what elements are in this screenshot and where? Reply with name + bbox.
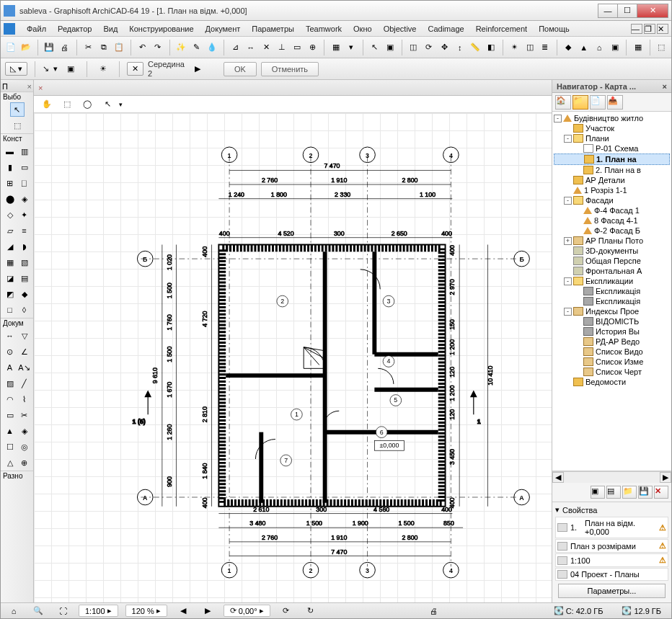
- tree-item-16[interactable]: -Експликации: [554, 276, 670, 286]
- arrow2-icon[interactable]: ↖: [99, 96, 116, 113]
- tool-window[interactable]: ⊞: [3, 176, 17, 190]
- tree-item-10[interactable]: 8 Фасад 4-1: [554, 215, 670, 226]
- tool-cylinder[interactable]: ⬤: [3, 192, 17, 206]
- tree-item-14[interactable]: Общая Перспе: [554, 256, 670, 266]
- menu-помощь[interactable]: Помощь: [533, 23, 575, 35]
- tool-arc[interactable]: ◠: [3, 392, 17, 406]
- tree-item-2[interactable]: -Плани: [554, 133, 670, 143]
- tool-grid[interactable]: ⊕: [17, 455, 32, 470]
- tree-item-6[interactable]: АР Детали: [554, 175, 670, 185]
- midpoint-box[interactable]: ✕: [127, 62, 143, 76]
- measure-ruler-icon[interactable]: 📏: [469, 39, 482, 56]
- nav-layout-book-button[interactable]: 📄: [590, 95, 606, 110]
- menu-objective[interactable]: Objective: [378, 23, 423, 35]
- tool-level[interactable]: ▽: [17, 329, 32, 343]
- tool-column[interactable]: ▮: [3, 160, 17, 174]
- nav-bb1[interactable]: ▣: [591, 486, 605, 499]
- open-file-icon[interactable]: 📂: [19, 39, 32, 56]
- tool-skylight[interactable]: ◈: [17, 192, 32, 206]
- group-icon[interactable]: ◫: [523, 39, 536, 56]
- minimize-button[interactable]: —: [598, 4, 618, 18]
- menu-reinforcement[interactable]: Reinforcement: [470, 23, 534, 35]
- angle-display[interactable]: ⟳ 0,00° ▸: [224, 605, 270, 617]
- ext3-icon[interactable]: ▣: [608, 39, 622, 56]
- snap6-icon[interactable]: ⊕: [306, 39, 319, 56]
- parameters-button[interactable]: Параметры...: [558, 584, 666, 598]
- snap4-icon[interactable]: ⊥: [275, 39, 288, 56]
- layers-icon[interactable]: ≣: [538, 39, 552, 56]
- redo-icon[interactable]: ↷: [151, 39, 164, 56]
- zoom-in-icon[interactable]: 🔍: [30, 602, 47, 620]
- tree-item-13[interactable]: 3D-документы: [554, 246, 670, 256]
- tool-detail[interactable]: ◎: [17, 440, 32, 454]
- tree-item-12[interactable]: +АР Планы Пото: [554, 236, 670, 246]
- tree-item-24[interactable]: Список Изме: [554, 357, 670, 367]
- redo2-icon[interactable]: ↻: [302, 602, 319, 620]
- pen-icon[interactable]: ✎: [190, 39, 203, 56]
- tool-worksheet[interactable]: ☐: [3, 440, 17, 454]
- tree-item-25[interactable]: Список Черт: [554, 367, 670, 377]
- menu-документ[interactable]: Документ: [200, 23, 247, 35]
- 3d-icon[interactable]: ◧: [484, 39, 498, 56]
- navigator-tree[interactable]: -Будівництво житлоУчасток-ПланиР-01 Схем…: [552, 112, 671, 471]
- tool-zone[interactable]: ▧: [17, 255, 32, 270]
- toolbox-close-icon[interactable]: ×: [27, 82, 32, 91]
- tool-lamp[interactable]: ✦: [17, 208, 32, 222]
- tree-item-19[interactable]: -Индексы Прое: [554, 306, 670, 316]
- marquee-icon[interactable]: ▣: [62, 61, 79, 78]
- ext1-icon[interactable]: ◆: [562, 39, 575, 56]
- tool-stair[interactable]: ≡: [17, 223, 32, 238]
- nav-bb2[interactable]: ▤: [606, 486, 621, 499]
- zoom-display[interactable]: 120 % ▸: [125, 605, 167, 617]
- tool-mesh[interactable]: ▦: [3, 255, 17, 270]
- tool-slab[interactable]: ▱: [3, 223, 17, 238]
- undo-icon[interactable]: ↶: [136, 39, 149, 56]
- tree-item-17[interactable]: Експликація: [554, 286, 670, 296]
- ok-button[interactable]: OK: [224, 62, 257, 76]
- tool-polyline[interactable]: ⌇: [17, 392, 32, 406]
- tree-item-23[interactable]: Список Видо: [554, 347, 670, 357]
- close-button[interactable]: ✕: [637, 4, 668, 18]
- viewport[interactable]: 1234 1234 ААББ: [34, 113, 552, 602]
- prop-row-1[interactable]: План з розмірами⚠: [555, 539, 668, 553]
- move-icon[interactable]: ✥: [438, 39, 451, 56]
- menu-teamwork[interactable]: Teamwork: [300, 23, 348, 35]
- tool-elev[interactable]: ▲: [3, 424, 17, 438]
- snap2-icon[interactable]: ↔: [244, 39, 257, 56]
- grid-dd-icon[interactable]: ▾: [345, 39, 358, 56]
- refresh-icon[interactable]: ⟳: [278, 602, 295, 620]
- constraint-box[interactable]: ◺ ▾: [5, 62, 27, 76]
- tool-extra3[interactable]: □: [3, 303, 17, 317]
- cursor-icon[interactable]: ↖: [368, 39, 381, 56]
- snap5-icon[interactable]: ▭: [290, 39, 304, 56]
- prop-row-2[interactable]: 1:100⚠: [555, 553, 668, 567]
- menu-редактор[interactable]: Редактор: [52, 23, 97, 35]
- pipette-icon[interactable]: 💧: [205, 39, 218, 56]
- tool-roof[interactable]: ◢: [3, 239, 17, 254]
- tool-fill[interactable]: ▨: [3, 376, 17, 391]
- stretch-icon[interactable]: ↕: [453, 39, 467, 56]
- doc-close-icon[interactable]: ×: [38, 84, 43, 92]
- tool-beam[interactable]: ▭: [17, 160, 32, 174]
- tree-item-22[interactable]: РД-АР Ведо: [554, 337, 670, 347]
- tree-item-7[interactable]: 1 Розріз 1-1: [554, 185, 670, 195]
- snap1-icon[interactable]: ⊿: [229, 39, 242, 56]
- mirror-icon[interactable]: ◫: [407, 39, 420, 56]
- copy-icon[interactable]: ⧉: [97, 39, 110, 56]
- nav-scroll-left[interactable]: ◀: [552, 472, 564, 483]
- prop-row-3[interactable]: 04 Проект - Планы: [555, 568, 668, 581]
- explode-icon[interactable]: ✴: [507, 39, 521, 56]
- roof-icon[interactable]: ⌂: [592, 39, 606, 56]
- menu-параметры[interactable]: Параметры: [246, 23, 300, 35]
- tree-item-21[interactable]: История Вы: [554, 326, 670, 337]
- tool-morph[interactable]: ◪: [3, 271, 17, 285]
- tool-change[interactable]: △: [3, 455, 17, 470]
- tool-extra2[interactable]: ◆: [17, 287, 32, 301]
- palette-icon[interactable]: ▦: [631, 39, 645, 56]
- nav-delete-button[interactable]: ✕: [654, 486, 668, 499]
- paste-icon[interactable]: 📋: [112, 39, 125, 56]
- nav-project-map-button[interactable]: 🏠: [555, 95, 571, 110]
- cancel-button[interactable]: Отменить: [261, 62, 319, 76]
- tree-item-9[interactable]: Ф-4 Фасад 1: [554, 205, 670, 215]
- nav-view-map-button[interactable]: 📁: [572, 95, 588, 110]
